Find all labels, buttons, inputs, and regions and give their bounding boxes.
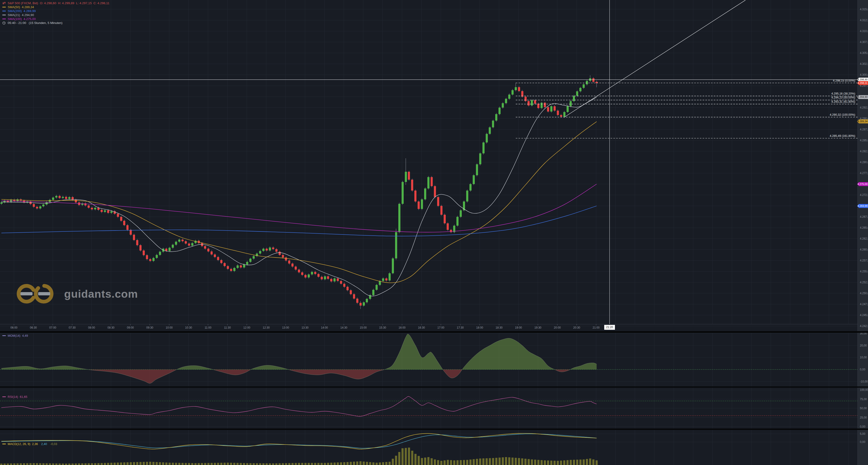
price-tick-label: 4.282,50 (860, 150, 868, 153)
legend-timespan-row: 05:40 - 21:00 (15 Stunden, 5 Minuten) (2, 21, 110, 25)
rsi-line (1, 397, 596, 416)
rsi-tick-label: 0,00 (860, 425, 865, 428)
rsi-color-icon (2, 397, 6, 397)
fib-level-label: 4.293,31 (61.80%) (831, 100, 855, 103)
macd-label: MACD(12, 26, 9) (8, 442, 30, 446)
guidants-logo-icon (17, 282, 56, 306)
mom-tick-label: 10,00 (860, 356, 867, 359)
macd-value: 2,36 (32, 442, 38, 446)
mom-legend[interactable]: MOM(14) 4,49 (2, 334, 28, 337)
legend-sma50-row[interactable]: SMA(50) 4.289,34 (2, 5, 110, 9)
price-axis-mom[interactable] (858, 333, 868, 386)
price-tick-label: 4.272,50 (860, 193, 868, 196)
price-tick-label: 4.250,00 (860, 292, 868, 295)
legend-sma100-row[interactable]: SMA(100) 4.275,00 (2, 17, 110, 21)
macd-signal-value: 2,40 (41, 442, 47, 446)
sma50-color-icon (2, 7, 6, 7)
macd-color-icon (2, 444, 6, 444)
sma200-label: SMA(200) (8, 9, 22, 13)
price-tick-label: 4.280,00 (860, 161, 868, 164)
time-tick-label: 14:30 (340, 326, 347, 329)
price-tag: 4.275,00 (857, 182, 868, 186)
watermark-text: guidants.com (64, 287, 138, 300)
trend-line (564, 0, 746, 117)
time-tick-label: 17:00 (437, 326, 444, 329)
fib-level-label: 4.290,32 (100.00%) (830, 113, 855, 117)
time-tick-label: 18:00 (476, 326, 483, 329)
ma-line (1, 122, 596, 283)
legend-symbol: S&P 500 (FXCM, Bid) (8, 1, 38, 5)
candlestick-icon (2, 2, 6, 5)
ma-line (1, 97, 596, 296)
clock-icon (2, 21, 6, 25)
price-tick-label: 4.252,50 (860, 281, 868, 284)
price-tick-label: 4.257,50 (860, 259, 868, 262)
time-tick-label: 16:00 (399, 326, 406, 329)
sma21-color-icon (2, 14, 6, 16)
sma100-color-icon (2, 19, 6, 19)
price-tick-label: 4.255,00 (860, 270, 868, 273)
chart-canvas[interactable] (0, 0, 868, 465)
price-tag: 4.294,90 (857, 95, 868, 99)
rsi-tick-label: 25,00 (860, 416, 867, 419)
time-tick-label: 16:30 (418, 326, 425, 329)
macd-tick-label: 0,00 (860, 440, 865, 444)
legend-timespan: 05:40 - 21:00 (15 Stunden, 5 Minuten) (8, 21, 63, 25)
rsi-tick-label: 100,00 (860, 388, 868, 392)
price-tick-label: 4.260,00 (860, 248, 868, 251)
time-tick-label: 06:30 (30, 326, 37, 329)
mom-color-icon (2, 335, 6, 336)
price-tick-label: 4.300,00 (860, 73, 868, 76)
mom-value: 4,49 (22, 334, 28, 337)
time-tick-label: 12:00 (243, 326, 250, 329)
time-tick-label: 14:00 (321, 326, 328, 329)
time-tick-label: 10:00 (166, 326, 173, 329)
mom-tick-label: 0,00 (860, 368, 865, 371)
price-tick-label: 4.267,50 (860, 215, 868, 218)
sma50-value: 4.289,34 (22, 5, 34, 9)
sma21-label: SMA(21) (8, 13, 20, 17)
price-tag: 4.298,90 (857, 78, 868, 82)
time-tick-label: 19:30 (534, 326, 541, 329)
legend-sma200-row[interactable]: SMA(200) 4.269,99 (2, 9, 110, 13)
panel-separator[interactable] (0, 331, 868, 333)
guidants-watermark: guidants.com (17, 282, 138, 306)
time-tick-label: 18:30 (495, 326, 502, 329)
mom-label: MOM(14) (8, 334, 21, 337)
price-tick-label: 4.277,50 (860, 172, 868, 175)
time-tick-label: 15:00 (360, 326, 367, 329)
price-tag: 4.269,99 (857, 204, 868, 208)
legend-symbol-row[interactable]: S&P 500 (FXCM, Bid) O: 4.298,60 H: 4.299… (2, 1, 110, 5)
time-tick-label: 08:00 (88, 326, 95, 329)
price-tick-label: 4.310,00 (860, 30, 868, 33)
time-tick-label: 21:00 (593, 326, 599, 329)
candles-layer (0, 75, 598, 309)
legend-sma21-row[interactable]: SMA(21) 4.294,90 (2, 13, 110, 17)
trading-chart-app: 4.315,004.312,504.310,004.307,504.305,00… (0, 0, 868, 465)
sma21-value: 4.294,90 (22, 13, 34, 17)
time-tick-label: 20:00 (554, 326, 561, 329)
rsi-tick-label: 75,00 (860, 398, 867, 401)
macd-legend[interactable]: MACD(12, 26, 9) 2,36 2,40 -0,03 (2, 442, 57, 446)
fib-level-label: 4.285,49 (161.80%) (830, 134, 855, 137)
time-tick-label: 06:00 (10, 326, 18, 329)
time-tick-label: 17:30 (457, 326, 464, 329)
price-tick-label: 4.242,50 (860, 324, 868, 328)
price-tag: 4.289,34 (857, 119, 868, 123)
price-tick-label: 4.262,50 (860, 237, 868, 240)
rsi-value: 61,65 (20, 395, 27, 399)
time-tick-label: 11:00 (205, 326, 211, 329)
ma-line (1, 206, 596, 236)
panel-separator[interactable] (0, 386, 868, 388)
panel-separator[interactable] (0, 429, 868, 430)
price-tick-label: 4.285,00 (860, 139, 868, 142)
time-tick-label: 15:30 (379, 326, 386, 329)
rsi-legend[interactable]: RSI(14) 61,65 (2, 395, 27, 399)
price-tick-label: 4.302,50 (860, 62, 868, 65)
sma200-value: 4.269,99 (24, 9, 36, 13)
price-tick-label: 4.305,00 (860, 51, 868, 55)
macd-signal-line (1, 434, 596, 448)
time-tick-label: 13:30 (302, 326, 308, 329)
time-tick-label: 09:30 (146, 326, 153, 329)
time-tick-label: 07:30 (68, 326, 75, 329)
